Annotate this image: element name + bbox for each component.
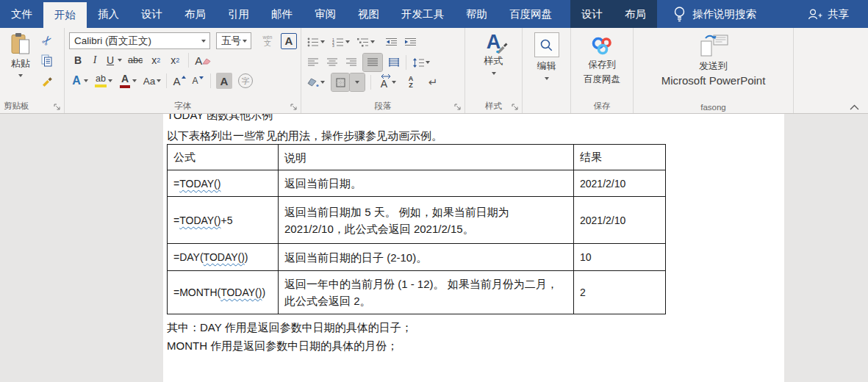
multilevel-list-button[interactable] [356, 34, 370, 50]
grow-font-button[interactable]: A [172, 73, 187, 89]
header-cell-description[interactable]: 说明 [279, 145, 574, 170]
enclose-characters-button[interactable]: 字 [238, 73, 253, 88]
show-marks-button[interactable]: ↵ [426, 74, 440, 90]
phonetic-guide-button[interactable]: wén 文 [260, 33, 275, 49]
font-color-button[interactable]: A [118, 73, 132, 89]
shading-dropdown-arrow[interactable] [320, 81, 325, 84]
tab-developer[interactable]: 开发工具 [390, 0, 455, 28]
justify-button[interactable] [363, 54, 382, 71]
tell-me-search[interactable]: 操作说明搜索 [673, 0, 756, 28]
formula-cell[interactable]: =MONTH(TODAY()) [168, 271, 279, 314]
decrease-indent-button[interactable] [384, 34, 398, 50]
highlight-dropdown-arrow[interactable] [108, 79, 112, 82]
clear-formatting-button[interactable]: A [195, 52, 211, 68]
footer-line[interactable]: MONTH 作用是返回参数中日期的具体的月份； [167, 336, 412, 355]
font-color-dropdown-arrow[interactable] [132, 79, 137, 82]
underline-dropdown-arrow[interactable] [118, 59, 122, 62]
formula-cell[interactable]: =TODAY() [168, 170, 279, 197]
font-dialog-launcher[interactable] [290, 103, 298, 111]
tab-table-layout[interactable]: 布局 [614, 0, 657, 28]
increase-indent-button[interactable] [403, 34, 417, 50]
share-button[interactable]: 共享 [807, 0, 849, 28]
formula-cell[interactable]: =TODAY()+5 [168, 197, 279, 244]
save-to-baidu-button[interactable]: 保存到 百度网盘 [571, 35, 633, 86]
text-effects-button[interactable]: A [69, 73, 84, 89]
styles-button[interactable]: A 样式 [465, 32, 522, 75]
result-cell[interactable]: 2021/2/10 [574, 197, 666, 244]
collapse-ribbon-button[interactable] [850, 104, 859, 110]
tab-insert[interactable]: 插入 [87, 0, 130, 28]
scaling-dropdown-arrow[interactable] [392, 81, 396, 84]
tab-review[interactable]: 审阅 [304, 0, 347, 28]
bullets-button[interactable] [306, 34, 320, 50]
align-left-button[interactable] [306, 54, 320, 71]
font-name-combobox[interactable]: Calibri (西文正文) [69, 32, 210, 49]
description-cell[interactable]: 返回一年中的当前月份 (1 - 12)。 如果当前月份为二月，此公式会返回 2。 [279, 271, 574, 314]
underline-button[interactable]: U [103, 52, 118, 68]
document-page[interactable]: TODAY 函数其他示例 以下表格列出一些常见的用法，操作步骤参见动画示例。 公… [163, 114, 784, 382]
tab-file[interactable]: 文件 [0, 0, 43, 28]
numbering-dropdown-arrow[interactable] [345, 40, 350, 43]
paste-dropdown-arrow[interactable] [18, 74, 23, 77]
change-case-button[interactable]: Aa [142, 73, 157, 89]
font-name-dropdown-arrow[interactable] [201, 40, 206, 43]
copy-button[interactable] [41, 54, 53, 67]
borders-dropdown-arrow[interactable] [350, 73, 365, 91]
shrink-font-button[interactable]: A [190, 73, 205, 89]
tab-table-design[interactable]: 设计 [570, 0, 614, 28]
sort-button[interactable]: A Z [403, 74, 418, 90]
font-size-dropdown-arrow[interactable] [243, 40, 247, 43]
distribute-text-button[interactable] [387, 54, 401, 71]
footer-line[interactable]: 其中：DAY 作用是返回参数中日期的具体的日子； [167, 318, 412, 336]
character-scaling-button[interactable]: A [377, 74, 392, 90]
tab-layout[interactable]: 布局 [173, 0, 217, 28]
superscript-button[interactable]: x2 [168, 52, 182, 68]
align-right-button[interactable] [344, 54, 359, 71]
header-cell-result[interactable]: 结果 [574, 145, 666, 170]
cut-button[interactable]: ✂ [36, 29, 58, 51]
character-border-button[interactable]: A [281, 33, 297, 49]
line-spacing-button[interactable] [411, 54, 426, 71]
tab-references[interactable]: 引用 [217, 0, 260, 28]
character-shading-button[interactable]: A [216, 73, 232, 89]
text-effects-dropdown-arrow[interactable] [84, 79, 88, 82]
formula-cell[interactable]: =DAY(TODAY()) [168, 244, 279, 271]
styles-dialog-launcher[interactable] [511, 103, 519, 111]
numbering-button[interactable]: 123 [331, 34, 345, 50]
result-cell[interactable]: 2 [574, 271, 666, 314]
format-painter-button[interactable] [41, 75, 53, 87]
italic-button[interactable]: I [87, 52, 103, 68]
result-cell[interactable]: 10 [574, 244, 666, 271]
tab-help[interactable]: 帮助 [455, 0, 498, 28]
send-to-powerpoint-button[interactable]: 发送到 Microsoft PowerPoint [634, 34, 793, 87]
editing-dropdown-arrow[interactable] [545, 77, 549, 80]
tab-home[interactable]: 开始 [43, 2, 87, 28]
bold-button[interactable]: B [69, 52, 87, 68]
tab-baidu-netdisk[interactable]: 百度网盘 [498, 0, 563, 28]
description-cell[interactable]: 返回当前日期的日子 (2-10)。 [279, 244, 574, 271]
shading-button[interactable] [306, 74, 320, 90]
multilevel-dropdown-arrow[interactable] [370, 40, 375, 43]
doc-intro-paragraph[interactable]: 以下表格列出一些常见的用法，操作步骤参见动画示例。 [167, 129, 442, 143]
paste-button[interactable]: 粘贴 [4, 32, 37, 77]
strikethrough-button[interactable]: abc [128, 52, 143, 68]
tab-view[interactable]: 视图 [347, 0, 390, 28]
clipboard-dialog-launcher[interactable] [53, 103, 61, 111]
tab-mailings[interactable]: 邮件 [260, 0, 304, 28]
editing-button[interactable]: 编辑 [523, 32, 570, 80]
text-highlight-button[interactable]: ab [93, 73, 108, 89]
align-center-button[interactable] [325, 54, 340, 71]
bullets-dropdown-arrow[interactable] [320, 40, 325, 43]
line-spacing-dropdown-arrow[interactable] [426, 61, 430, 64]
header-cell-formula[interactable]: 公式 [168, 145, 279, 170]
tab-design[interactable]: 设计 [130, 0, 173, 28]
description-cell[interactable]: 返回当前日期。 [279, 170, 574, 197]
subscript-button[interactable]: x2 [148, 52, 163, 68]
description-cell[interactable]: 返回当前日期加 5 天。 例如，如果当前日期为 2021/2/10，此公式会返回… [279, 197, 574, 244]
doc-heading-clipped[interactable]: TODAY 函数其他示例 [167, 114, 273, 123]
styles-dropdown-arrow[interactable] [492, 72, 496, 75]
change-case-dropdown-arrow[interactable] [157, 79, 161, 82]
borders-button[interactable] [331, 73, 349, 91]
font-size-combobox[interactable]: 五号 [216, 32, 251, 49]
paragraph-dialog-launcher[interactable] [453, 103, 462, 111]
